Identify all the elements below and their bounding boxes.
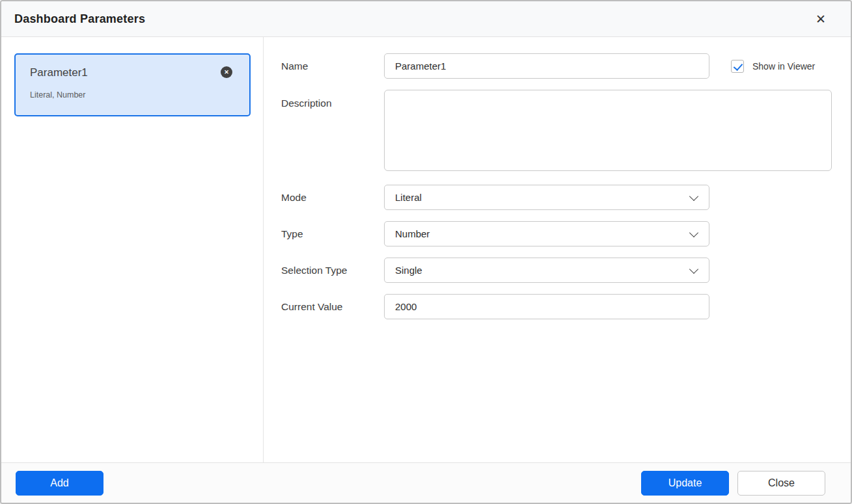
name-input[interactable]	[384, 53, 709, 79]
type-label: Type	[281, 228, 384, 240]
description-label: Description	[281, 90, 384, 109]
type-select-value: Number	[395, 228, 430, 239]
current-value-label: Current Value	[281, 301, 384, 313]
name-row: Name Show in Viewer	[281, 53, 832, 79]
parameters-list-panel: Parameter1 Literal, Number ✕	[1, 37, 264, 462]
dialog-body: Parameter1 Literal, Number ✕ Name Show i…	[1, 37, 851, 462]
parameter-form: Name Show in Viewer Description Mode Lit…	[264, 37, 852, 462]
mode-select-value: Literal	[395, 192, 422, 203]
dialog-header: Dashboard Parameters ✕	[1, 1, 851, 37]
checkbox-check-icon	[731, 60, 744, 73]
chevron-down-icon	[689, 265, 698, 274]
selection-type-select-value: Single	[395, 265, 422, 276]
type-row: Type Number	[281, 221, 832, 246]
current-value-row: Current Value	[281, 294, 832, 319]
name-label: Name	[281, 60, 384, 72]
chevron-down-icon	[689, 192, 698, 201]
close-button[interactable]: Close	[737, 471, 825, 496]
chevron-down-icon	[689, 228, 698, 237]
update-button[interactable]: Update	[641, 471, 729, 496]
description-textarea[interactable]	[384, 90, 832, 171]
mode-select[interactable]: Literal	[384, 185, 709, 210]
dialog-title: Dashboard Parameters	[14, 12, 145, 26]
selection-type-label: Selection Type	[281, 265, 384, 276]
parameter-list-item[interactable]: Parameter1 Literal, Number ✕	[14, 53, 251, 116]
selection-type-row: Selection Type Single	[281, 258, 832, 283]
type-select[interactable]: Number	[384, 221, 709, 246]
dashboard-parameters-dialog: Dashboard Parameters ✕ Parameter1 Litera…	[0, 0, 852, 504]
dialog-footer: Add Update Close	[1, 462, 851, 503]
remove-icon: ✕	[224, 69, 229, 75]
dialog-close-button[interactable]: ✕	[810, 10, 831, 28]
close-icon: ✕	[816, 12, 826, 26]
show-in-viewer-label: Show in Viewer	[752, 61, 815, 72]
current-value-input[interactable]	[384, 294, 709, 319]
selection-type-select[interactable]: Single	[384, 258, 709, 283]
mode-row: Mode Literal	[281, 185, 832, 210]
mode-label: Mode	[281, 192, 384, 204]
parameter-item-summary: Literal, Number	[30, 90, 234, 99]
show-in-viewer-checkbox[interactable]: Show in Viewer	[731, 60, 815, 73]
parameter-item-name: Parameter1	[30, 66, 234, 79]
description-row: Description	[281, 90, 832, 171]
remove-parameter-button[interactable]: ✕	[221, 66, 232, 78]
add-button[interactable]: Add	[16, 471, 103, 496]
